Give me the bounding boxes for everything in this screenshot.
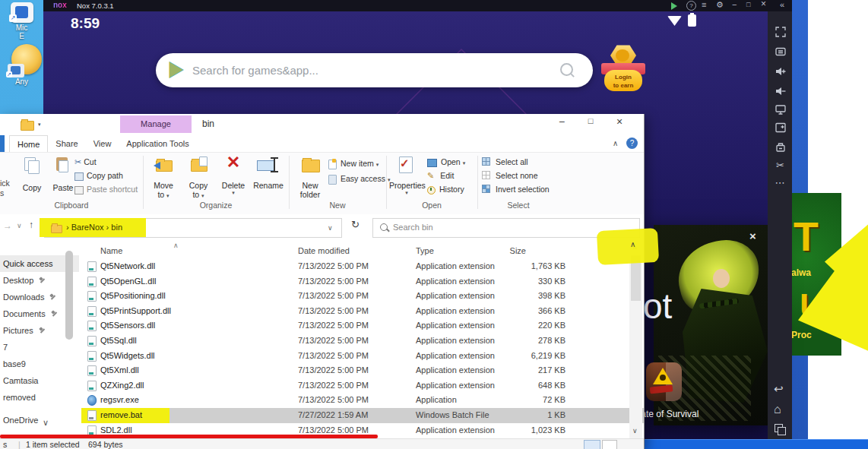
copy-path-button[interactable]: Copy path <box>74 171 123 180</box>
install-apk-icon[interactable] <box>775 142 786 153</box>
history-button[interactable]: History <box>427 185 464 194</box>
home-icon[interactable]: ⌂ <box>774 403 781 415</box>
pin-quick-access-fragment[interactable]: ick <box>0 179 10 188</box>
table-row[interactable]: remove.bat 7/27/2022 1:59 AM Windows Bat… <box>81 408 644 423</box>
scrollbar-down-icon[interactable]: ∨ <box>632 427 638 435</box>
desktop-shortcut-icon-2[interactable]: ↗ <box>8 64 24 77</box>
play-icon[interactable] <box>671 2 677 10</box>
desktop-shortcut-icon[interactable]: ↗ <box>11 2 33 23</box>
paste-shortcut-button[interactable]: Paste shortcut <box>74 185 138 194</box>
file-icon <box>87 261 97 272</box>
table-row[interactable]: Qt5Xml.dll 7/13/2022 5:00 PM Application… <box>81 363 644 378</box>
google-play-icon-overlay <box>169 62 183 78</box>
maximize-button[interactable]: □ <box>579 116 602 134</box>
icons-view-button[interactable] <box>602 440 617 449</box>
table-row[interactable]: Qt5Sql.dll 7/13/2022 5:00 PM Application… <box>81 334 644 349</box>
ribbon-tab[interactable]: View <box>86 135 119 152</box>
new-item-button[interactable]: New item ▾ <box>328 159 379 168</box>
volume-down-icon[interactable] <box>775 86 786 97</box>
table-row[interactable]: Qt5Positioning.dll 7/13/2022 5:00 PM App… <box>81 289 644 304</box>
gear-icon[interactable]: ⚙ <box>716 1 724 9</box>
breadcrumb[interactable]: › BareNox › bin <box>66 223 122 232</box>
table-row[interactable]: Qt5OpenGL.dll 7/13/2022 5:00 PM Applicat… <box>81 274 644 289</box>
nox-search-bar[interactable]: Search for games&app... <box>156 53 593 87</box>
manage-contextual-tab[interactable]: Manage <box>120 115 192 133</box>
help-icon[interactable]: ? <box>626 138 638 149</box>
select-all-button[interactable]: Select all <box>482 157 528 166</box>
table-row[interactable]: Qt5Sensors.dll 7/13/2022 5:00 PM Applica… <box>81 318 644 334</box>
forward-icon[interactable]: → <box>3 220 12 231</box>
column-header-name[interactable]: Name <box>100 246 122 255</box>
table-row[interactable]: Qt5Network.dll 7/13/2022 5:00 PM Applica… <box>81 259 644 274</box>
table-row[interactable]: regsvr.exe 7/13/2022 5:00 PM Application… <box>81 393 644 408</box>
file-icon <box>87 351 97 362</box>
minimize-button[interactable]: − <box>550 115 573 134</box>
fullscreen-icon[interactable] <box>775 27 786 38</box>
sidebar-item[interactable]: OneDrive <box>0 412 79 428</box>
search-box[interactable]: Search bin <box>372 218 640 238</box>
sidebar-scrollbar-thumb[interactable] <box>65 251 73 340</box>
sidebar-item[interactable]: 7 <box>0 339 79 356</box>
back-icon[interactable]: ↩ <box>774 383 784 394</box>
invert-selection-button[interactable]: Invert selection <box>482 185 550 194</box>
group-label-select: Select <box>480 201 556 210</box>
pin-icon <box>50 295 55 300</box>
volume-up-icon[interactable] <box>775 66 786 77</box>
explorer-titlebar[interactable]: ▾ Manage bin − □ × <box>0 114 644 135</box>
sidebar-item[interactable]: base9 <box>0 356 79 372</box>
multi-window-icon[interactable] <box>775 122 786 134</box>
virtual-key-icon[interactable] <box>775 46 786 58</box>
group-label-open: Open <box>394 201 470 210</box>
pin-quick-access-fragment2: s <box>0 188 4 198</box>
login-to-earn-badge[interactable]: Loginto earn <box>600 44 648 94</box>
file-explorer-window: ▾ Manage bin − □ × Home Share View Appli… <box>0 114 645 449</box>
address-dropdown-icon[interactable]: ∨ <box>328 224 333 232</box>
sidebar-expand-chevron[interactable]: ∨ <box>43 418 49 428</box>
file-tab-sliver[interactable] <box>0 135 5 152</box>
cut-button[interactable]: ✂ Cut <box>74 157 97 167</box>
help-icon[interactable]: ? <box>686 1 696 11</box>
close-ad-icon[interactable]: × <box>749 229 756 242</box>
group-label-new: New <box>299 201 375 210</box>
sidebar-item[interactable]: removed <box>0 389 79 406</box>
quick-access-toolbar-caret[interactable]: ▾ <box>38 122 41 128</box>
open-button[interactable]: Open ▾ <box>427 157 465 166</box>
state-of-survival-app-icon[interactable] <box>646 362 682 401</box>
table-row[interactable]: Qt5Widgets.dll 7/13/2022 5:00 PM Applica… <box>81 349 644 364</box>
close-button[interactable]: × <box>608 115 631 134</box>
address-bar[interactable]: › BareNox › bin ∨ <box>44 218 342 238</box>
ribbon-tab[interactable]: Home <box>9 135 48 153</box>
breadcrumb-leaf: bin <box>111 223 122 232</box>
column-header-date[interactable]: Date modified <box>298 246 350 255</box>
ribbon-tab[interactable]: Share <box>48 135 85 152</box>
history-dropdown-icon[interactable]: ∨ <box>17 222 22 229</box>
select-none-button[interactable]: Select none <box>482 171 538 180</box>
more-icon[interactable]: ⋯ <box>775 178 786 189</box>
column-header-size[interactable]: Size <box>486 246 526 255</box>
table-row[interactable]: Qt5PrintSupport.dll 7/13/2022 5:00 PM Ap… <box>81 304 644 319</box>
address-row: → ∨ ↑ › BareNox › bin ∨ ↻ Search bin <box>0 214 644 242</box>
collapse-icon[interactable]: « <box>780 1 784 9</box>
ribbon-tab[interactable]: Application Tools <box>119 135 196 152</box>
screen-icon[interactable] <box>775 104 786 115</box>
up-icon[interactable]: ↑ <box>29 220 33 230</box>
menu-icon[interactable]: ≡ <box>702 1 706 9</box>
pin-icon <box>40 278 45 283</box>
sidebar-item[interactable]: Camtasia <box>0 372 79 389</box>
scrollbar-thumb[interactable] <box>631 255 641 301</box>
details-view-button[interactable] <box>584 440 600 449</box>
close-icon[interactable]: × <box>761 0 766 8</box>
status-selection: 1 item selected <box>26 440 80 449</box>
table-row[interactable]: QZXing2.dll 7/13/2022 5:00 PM Applicatio… <box>81 378 644 394</box>
column-header-type[interactable]: Type <box>416 246 434 255</box>
minimize-icon[interactable]: − <box>732 1 737 9</box>
easy-access-button[interactable]: Easy access ▾ <box>328 174 391 183</box>
refresh-icon[interactable]: ↻ <box>351 219 360 230</box>
screenshot-icon[interactable]: ✂ <box>775 160 786 172</box>
edit-button[interactable]: ✎ Edit <box>427 171 454 181</box>
maximize-icon[interactable]: □ <box>746 1 750 9</box>
table-row[interactable]: SDL2.dll 7/13/2022 5:00 PM Application e… <box>81 423 644 438</box>
battery-icon <box>688 14 696 27</box>
ribbon-collapse-icon[interactable]: ∧ <box>613 139 618 147</box>
file-icon <box>87 277 97 287</box>
